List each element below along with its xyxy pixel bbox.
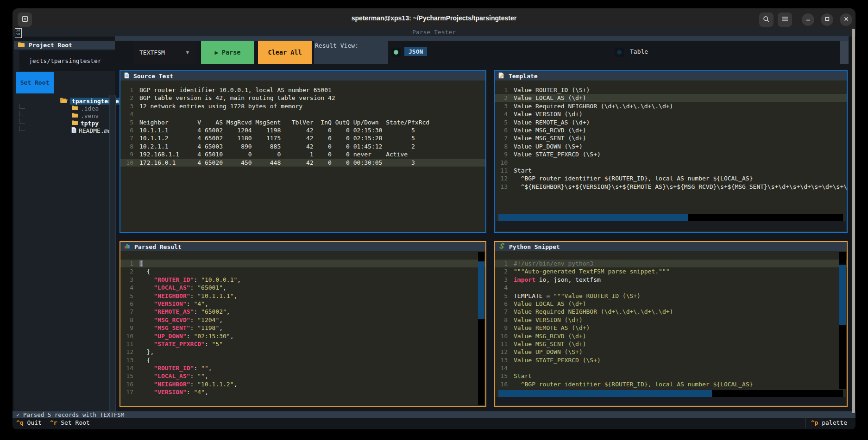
search-button[interactable]	[759, 12, 774, 27]
minimize-button[interactable]	[802, 13, 814, 26]
code-line[interactable]: 5Value REMOTE_AS (\d+)	[495, 118, 847, 126]
code-line[interactable]: 3Value Required NEIGHBOR (\d+\.\d+\.\d+\…	[495, 102, 847, 110]
line-number: 1	[120, 260, 133, 267]
key-combo: ^r	[50, 419, 57, 426]
code-line[interactable]: 7Value Required NEIGHBOR (\d+\.\d+\.\d+\…	[495, 308, 847, 316]
code-line[interactable]: 15 "LOCAL_AS": "",	[120, 372, 485, 380]
line-number: 1	[120, 86, 133, 94]
code-line[interactable]: 610.1.1.1 4 65002 1204 1198 42 0 0 02:15…	[120, 126, 485, 134]
path-input[interactable]	[19, 50, 119, 71]
scrollbar-thumb[interactable]	[478, 261, 484, 319]
status-bar: ✓ Parsed 5 records with TEXTFSM	[13, 411, 855, 418]
source-text-editor[interactable]: 1BGP router identifier 10.0.0.1, local A…	[120, 81, 485, 232]
code-line[interactable]: 11 "STATE_PFXRCD": "5"	[120, 340, 485, 348]
code-line[interactable]: 4	[495, 284, 847, 291]
code-line[interactable]: 11Start	[495, 167, 847, 174]
terminal-scrollbar[interactable]	[852, 29, 855, 413]
code-line[interactable]: 9Value REMOTE_AS (\d+)	[495, 324, 847, 332]
code-line[interactable]: 8Value VERSION (\d+)	[495, 316, 847, 324]
radio-json-label[interactable]: JSON	[404, 47, 427, 56]
code-line[interactable]: 810.2.1.1 4 65003 890 885 42 0 0 01:45:1…	[120, 143, 485, 150]
line-number: 7	[120, 134, 133, 142]
scrollbar-thumb[interactable]	[498, 390, 712, 397]
line-number: 8	[120, 316, 133, 324]
minimize-icon	[805, 16, 811, 23]
code-line[interactable]: 1#!/usr/bin/env python3	[495, 260, 847, 267]
code-line[interactable]: 1[	[120, 260, 485, 267]
result-v-scrollbar[interactable]	[478, 252, 484, 405]
code-line[interactable]: 1BGP router identifier 10.0.0.1, local A…	[120, 86, 485, 94]
template-editor[interactable]: 1Value ROUTER_ID (\S+)2Value LOCAL_AS (\…	[495, 81, 847, 232]
code-line[interactable]: 3import io, json, textfsm	[495, 276, 847, 284]
toolbar-scrollbar-thumb[interactable]	[840, 41, 849, 64]
code-line[interactable]: 6 "VERSION": "4",	[120, 300, 485, 308]
code-line[interactable]: 5 "NEIGHBOR": "10.1.1.1",	[120, 292, 485, 300]
radio-table[interactable]	[615, 48, 624, 57]
play-icon: ▶	[215, 49, 219, 56]
folder-icon	[18, 42, 25, 49]
python-snippet-viewer[interactable]: 1#!/usr/bin/env python32"""Auto-generate…	[495, 251, 847, 406]
code-line[interactable]: 2Value LOCAL_AS (\d+)	[495, 94, 847, 102]
new-tab-button[interactable]	[18, 12, 32, 27]
code-line[interactable]: 13 ^${NEIGHBOR}\s+${VERSION}\s+${REMOTE_…	[495, 183, 847, 191]
code-line[interactable]: 8 "MSG_RCVD": "1204",	[120, 316, 485, 324]
code-line[interactable]: 312 network entries using 1728 bytes of …	[120, 102, 485, 110]
python-h-scrollbar[interactable]	[498, 390, 843, 397]
code-line[interactable]: 13Value STATE_PFXRCD (\S+)	[495, 356, 847, 364]
code-line[interactable]: 9Value STATE_PFXRCD (\S+)	[495, 150, 847, 158]
code-line[interactable]: 9192.168.1.1 4 65010 0 0 1 0 0 never Act…	[120, 150, 485, 158]
code-line[interactable]: 16 "NEIGHBOR": "10.1.1.2",	[120, 380, 485, 388]
code-line[interactable]: 5Neighbor V AS MsgRcvd MsgSent TblVer In…	[120, 118, 485, 126]
radio-json[interactable]	[391, 48, 401, 57]
code-line[interactable]: 6Value LOCAL_AS (\d+)	[495, 300, 847, 308]
footer-key-set-root[interactable]: ^r Set Root	[50, 419, 90, 426]
code-line[interactable]: 4	[120, 110, 485, 118]
code-line[interactable]: 10Value MSG_RCVD (\d+)	[495, 332, 847, 340]
code-line[interactable]: 13 {	[120, 356, 485, 364]
code-line[interactable]: 15Start	[495, 372, 847, 380]
footer-key-quit[interactable]: ^q Quit	[16, 419, 42, 426]
code-line[interactable]: 710.1.1.2 4 65002 1180 1175 42 0 0 02:15…	[120, 134, 485, 142]
code-line[interactable]: 7 "REMOTE_AS": "65002",	[120, 308, 485, 316]
tree-scrollbar[interactable]	[109, 95, 116, 412]
code-line[interactable]: 6Value MSG_RCVD (\d+)	[495, 126, 847, 134]
code-line[interactable]: 1Value ROUTER_ID (\S+)	[495, 86, 847, 94]
code-line[interactable]: 3 "ROUTER_ID": "10.0.0.1",	[120, 276, 485, 284]
maximize-button[interactable]	[821, 13, 833, 26]
code-line[interactable]: 11Value MSG_SENT (\d+)	[495, 340, 847, 348]
radio-table-label[interactable]: Table	[630, 48, 648, 55]
code-line[interactable]: 7Value MSG_SENT (\d+)	[495, 134, 847, 142]
scrollbar-thumb[interactable]	[839, 265, 846, 325]
code-line[interactable]: 2 {	[120, 267, 485, 275]
code-line[interactable]: 10	[495, 159, 847, 167]
code-line[interactable]: 16 ^BGP router identifier ${ROUTER_ID}, …	[495, 380, 847, 388]
code-line[interactable]: 12 },	[120, 348, 485, 356]
code-line[interactable]: 2"""Auto-generated TextFSM parse snippet…	[495, 267, 847, 275]
clear-all-button[interactable]: Clear All	[258, 41, 312, 64]
code-line[interactable]: 9 "MSG_SENT": "1198",	[120, 324, 485, 332]
parse-button[interactable]: ▶ Parse	[201, 41, 254, 64]
code-line[interactable]: 17 "VERSION": "4",	[120, 388, 485, 396]
code-line[interactable]: 14 "ROUTER_ID": "",	[120, 364, 485, 372]
python-v-scrollbar[interactable]	[839, 252, 846, 389]
code-line[interactable]: 12 ^BGP router identifier ${ROUTER_ID}, …	[495, 174, 847, 182]
parsed-result-viewer[interactable]: 1[2 {3 "ROUTER_ID": "10.0.0.1",4 "LOCAL_…	[120, 251, 485, 406]
menu-button[interactable]	[778, 12, 792, 27]
scrollbar-thumb[interactable]	[498, 214, 688, 221]
line-number: 13	[495, 356, 508, 364]
template-h-scrollbar[interactable]	[498, 214, 843, 221]
code-line[interactable]: 2BGP table version is 42, main routing t…	[120, 94, 485, 102]
code-line[interactable]: 5TEMPLATE = """Value ROUTER_ID (\S+)	[495, 292, 847, 300]
code-line[interactable]: 10172.16.0.1 4 65020 450 448 42 0 0 00:3…	[120, 159, 485, 167]
code-line[interactable]: 10 "UP_DOWN": "02:15:30",	[120, 332, 485, 340]
code-line[interactable]: 12Value UP_DOWN (\S+)	[495, 348, 847, 356]
close-button[interactable]	[840, 13, 852, 26]
tree-item-readme[interactable]: README.md	[14, 127, 115, 134]
code-line[interactable]: 4 "LOCAL_AS": "65001",	[120, 284, 485, 291]
code-line[interactable]: 14	[495, 364, 847, 372]
code-line[interactable]: 8Value UP_DOWN (\S+)	[495, 143, 847, 150]
code-line[interactable]: 4Value VERSION (\d+)	[495, 110, 847, 118]
footer-palette[interactable]: ^p palette	[805, 418, 847, 428]
parser-select[interactable]: TEXTFSM ▼	[133, 41, 195, 64]
titlebar[interactable]: speterman@xps13: ~/PycharmProjects/tpars…	[13, 8, 855, 28]
